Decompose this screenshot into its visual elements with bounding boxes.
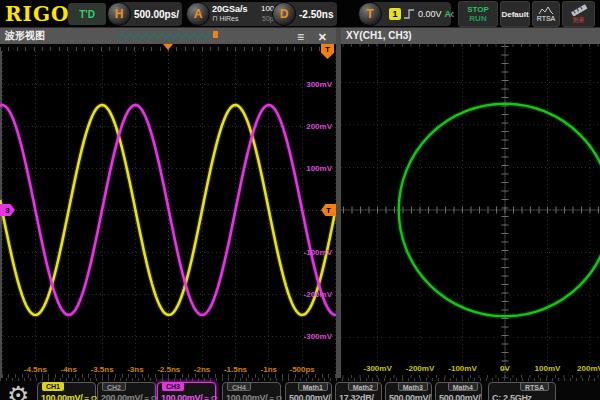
acquisition-mode: ⊓ HiRes bbox=[212, 14, 238, 24]
trigger-level-value: 0.00V bbox=[418, 9, 442, 19]
coupling-icon: = bbox=[84, 394, 88, 400]
math-widget-1[interactable]: Math1500.00mV/ bbox=[285, 382, 332, 400]
math-widget-3[interactable]: Math3500.00mV/ bbox=[385, 382, 432, 400]
time-tick-label: -3.5ns bbox=[90, 365, 113, 374]
coupling-icon: = bbox=[204, 394, 208, 400]
trigger-status-badge: T'D bbox=[68, 3, 106, 25]
xy-tick-label: 200mV bbox=[577, 364, 600, 373]
time-tick-label: -2.5ns bbox=[157, 365, 180, 374]
rtsa-center-freq: C: 2.5GHz bbox=[492, 393, 532, 400]
timebase-ruler[interactable] bbox=[0, 44, 336, 51]
rtsa-widget[interactable]: RTSAC: 2.5GHz bbox=[488, 382, 556, 400]
math-widget-2[interactable]: Math217.32dB/ bbox=[335, 382, 382, 400]
delay-value: -2.50ns bbox=[299, 9, 333, 20]
math-tab[interactable]: Math4 bbox=[448, 382, 478, 391]
run-stop-line1: STOP bbox=[467, 5, 489, 14]
coupling-icon: = bbox=[144, 394, 148, 400]
channel-tab[interactable]: CH2 bbox=[102, 382, 126, 391]
time-tick-label: -2ns bbox=[194, 365, 210, 374]
voltage-tick-label: -200mV bbox=[304, 290, 332, 299]
default-button[interactable]: Default bbox=[500, 1, 530, 27]
channel-widget-ch1[interactable]: CH1100.00mV/=Ω bbox=[37, 382, 96, 400]
voltage-tick-label: 300mV bbox=[306, 80, 332, 89]
math-tab[interactable]: Math1 bbox=[298, 382, 328, 391]
acquire-knob[interactable]: A bbox=[186, 2, 210, 26]
top-bar: RIGOL T'D 500.00ps/ H 20GSa/s 100pts ⊓ H… bbox=[0, 0, 600, 28]
math-tab[interactable]: Math3 bbox=[398, 382, 428, 391]
channel-scale: 100.00mV/=Ω bbox=[161, 393, 217, 400]
run-stop-line2: RUN bbox=[469, 14, 486, 23]
spectrum-icon bbox=[538, 6, 554, 15]
math-scale: 17.32dB/ bbox=[339, 393, 374, 400]
xy-tick-label: -200mV bbox=[406, 364, 434, 373]
bottom-status-bar: ⚙ CH1100.00mV/=ΩCH2200.00mV/=ΩCH3100.00m… bbox=[0, 378, 600, 400]
xy-tick-label: -100mV bbox=[448, 364, 476, 373]
xy-grid[interactable]: -300mV-200mV-100mV0V100mV200mV bbox=[341, 44, 600, 378]
channel-scale: 100.00mV/=Ω bbox=[226, 393, 282, 400]
xy-plot bbox=[341, 44, 600, 378]
rising-edge-icon bbox=[404, 8, 415, 20]
rtsa-button[interactable]: RTSA bbox=[532, 1, 560, 27]
voltage-tick-label: -300mV bbox=[304, 332, 332, 341]
xy-tick-label: -300mV bbox=[363, 364, 391, 373]
math-scale: 500.00mV/ bbox=[389, 393, 430, 400]
waveform-plot bbox=[0, 51, 336, 378]
voltage-tick-label: -100mV bbox=[304, 248, 332, 257]
channel-tab[interactable]: CH4 bbox=[227, 382, 251, 391]
channel-tab[interactable]: CH3 bbox=[162, 382, 184, 391]
menu-icon[interactable]: ≡ bbox=[297, 29, 304, 45]
close-icon[interactable]: ✕ bbox=[318, 29, 327, 45]
horizontal-knob[interactable]: H bbox=[107, 2, 131, 26]
trigger-delay-marker[interactable] bbox=[163, 44, 173, 50]
math-widget-4[interactable]: Math4500.00mV/ bbox=[435, 382, 482, 400]
time-tick-label: -4.5ns bbox=[24, 365, 47, 374]
rtsa-tab[interactable]: RTSA bbox=[520, 382, 549, 391]
waveform-view-panel: 波形视图 ≡ ✕ -4.5ns-4ns-3.5ns-3ns-2.5ns-2ns-… bbox=[0, 28, 336, 378]
voltage-tick-label: 200mV bbox=[306, 122, 332, 131]
trigger-knob[interactable]: T bbox=[358, 2, 382, 26]
xy-tick-label: 0V bbox=[500, 364, 510, 373]
channel-widget-ch4[interactable]: CH4100.00mV/=Ω bbox=[222, 382, 281, 400]
measure-button[interactable]: 测量 bbox=[562, 1, 595, 27]
math-scale: 500.00mV/ bbox=[289, 393, 330, 400]
rtsa-label: RTSA bbox=[537, 15, 556, 22]
time-tick-label: -3ns bbox=[127, 365, 143, 374]
channel-scale: 200.00mV/=Ω bbox=[101, 393, 157, 400]
time-tick-label: -1ns bbox=[261, 365, 277, 374]
default-label: Default bbox=[501, 10, 528, 19]
waveform-grid[interactable]: -4.5ns-4ns-3.5ns-3ns-2.5ns-2ns-1.5ns-1ns… bbox=[0, 51, 336, 378]
waveform-view-title: 波形视图 bbox=[5, 30, 45, 41]
square-wave-icon: ⊓ bbox=[212, 15, 217, 22]
impedance-icon: Ω bbox=[276, 394, 282, 400]
trigger-display[interactable]: 1 0.00V A bbox=[371, 2, 451, 26]
horizontal-scale-value: 500.00ps/ bbox=[134, 9, 179, 20]
channel-tab[interactable]: CH1 bbox=[42, 382, 64, 391]
waveform-preview[interactable] bbox=[118, 31, 220, 41]
collapse-chevron-icon[interactable]: ‹ bbox=[450, 6, 454, 21]
channel-scale: 100.00mV/=Ω bbox=[41, 393, 97, 400]
impedance-icon: Ω bbox=[151, 394, 157, 400]
xy-tick-label: 100mV bbox=[535, 364, 561, 373]
run-stop-button[interactable]: STOP RUN bbox=[458, 1, 498, 27]
coupling-icon: = bbox=[269, 394, 273, 400]
measure-label: 测量 bbox=[573, 16, 585, 25]
xy-view-title: XY(CH1, CH3) bbox=[346, 30, 412, 41]
impedance-icon: Ω bbox=[91, 394, 97, 400]
math-tab[interactable]: Math2 bbox=[348, 382, 378, 391]
voltage-tick-label: 100mV bbox=[306, 164, 332, 173]
xy-view-panel: XY(CH1, CH3) -300mV-200mV-100mV0V100mV20… bbox=[341, 28, 600, 378]
time-tick-label: -1.5ns bbox=[224, 365, 247, 374]
xy-view-header[interactable]: XY(CH1, CH3) bbox=[341, 28, 600, 44]
sample-rate: 20GSa/s bbox=[212, 4, 248, 14]
ruler-icon bbox=[570, 4, 588, 16]
gear-icon[interactable]: ⚙ bbox=[7, 381, 29, 400]
time-tick-label: -4ns bbox=[60, 365, 76, 374]
impedance-icon: Ω bbox=[211, 394, 217, 400]
trigger-source-badge: 1 bbox=[389, 8, 401, 20]
math-scale: 500.00mV/ bbox=[439, 393, 480, 400]
channel-widget-ch3[interactable]: CH3100.00mV/=Ω bbox=[157, 382, 216, 400]
waveform-view-header[interactable]: 波形视图 ≡ ✕ bbox=[0, 28, 336, 44]
delay-knob[interactable]: D bbox=[272, 2, 296, 26]
time-tick-label: -500ps bbox=[289, 365, 314, 374]
channel-widget-ch2[interactable]: CH2200.00mV/=Ω bbox=[97, 382, 156, 400]
